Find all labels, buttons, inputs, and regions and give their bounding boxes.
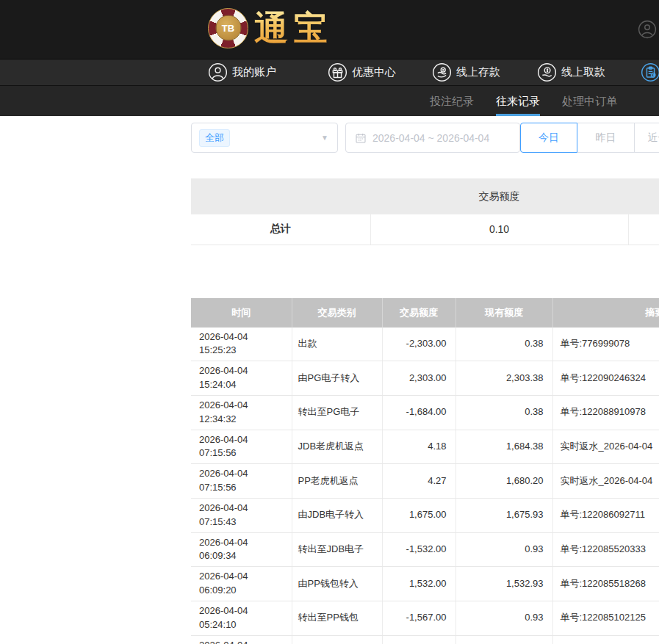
cell-amount: 1,675.00 bbox=[382, 498, 455, 532]
filter-bar: 全部 ▼ 2026-04-04 ~ 2026-04-04 今日 昨日 近一周 bbox=[191, 123, 659, 153]
transactions-table: 时间 交易类别 交易额度 现有额度 摘要 2026-04-04 15:25:23… bbox=[191, 298, 659, 644]
cell-balance: 1,567.93 bbox=[455, 635, 552, 644]
cell-type: 由JDB电子转入 bbox=[292, 498, 382, 532]
summary-header-amount: 交易额度 bbox=[370, 178, 628, 214]
yesterday-button[interactable]: 昨日 bbox=[577, 123, 635, 153]
cell-balance: 0.93 bbox=[455, 601, 552, 636]
cell-time: 2026-04-04 12:34:32 bbox=[191, 395, 292, 430]
content-container: 全部 ▼ 2026-04-04 ~ 2026-04-04 今日 昨日 近一周 交… bbox=[191, 116, 659, 644]
table-row: 2026-04-04 07:15:56JDB老虎机返点4.181,684.38实… bbox=[191, 430, 659, 464]
account-icon bbox=[208, 62, 228, 82]
nav-item-label: 线上取款 bbox=[561, 65, 605, 79]
cell-type: 出款 bbox=[292, 328, 382, 361]
cell-summary: 单号:122090246324 bbox=[552, 361, 659, 396]
cell-amount: 1,532.00 bbox=[382, 567, 455, 601]
subnav-band: 投注纪录 往来记录 处理中订单 bbox=[0, 86, 659, 116]
tab-betting-records[interactable]: 投注纪录 bbox=[430, 86, 474, 116]
summary-table: 交易额度 总计 0.10 bbox=[191, 178, 659, 245]
main-nav: 我的账户 优惠中心 线上存款 线上取款 bbox=[0, 59, 659, 86]
table-row: 2026-04-04 05:24:10转出至PP钱包-1,567.000.93单… bbox=[191, 601, 659, 636]
today-button[interactable]: 今日 bbox=[520, 123, 577, 153]
col-amount: 交易额度 bbox=[382, 298, 455, 328]
cell-balance: 2,303.38 bbox=[455, 361, 552, 396]
nav-item-label: 优惠中心 bbox=[352, 65, 396, 79]
col-balance: 现有额度 bbox=[455, 298, 552, 328]
record-tabs: 投注纪录 往来记录 处理中订单 bbox=[419, 86, 628, 116]
summary-total-label: 总计 bbox=[191, 214, 370, 245]
summary-header-empty bbox=[191, 178, 370, 214]
nav-item-records[interactable] bbox=[641, 59, 659, 85]
cell-time: 2026-04-04 15:24:04 bbox=[191, 361, 292, 396]
cell-balance: 0.38 bbox=[455, 395, 552, 430]
summary-total-empty bbox=[628, 214, 659, 245]
cell-type: PP老虎机返点 bbox=[292, 464, 382, 499]
nav-item-withdraw[interactable]: 线上取款 bbox=[537, 59, 605, 85]
cell-time: 2026-04-04 06:09:34 bbox=[191, 532, 292, 567]
table-row: 2026-04-04 05:22:02线上存款通道优惠14.431,567.93… bbox=[191, 635, 659, 644]
cell-time: 2026-04-04 07:15:43 bbox=[191, 498, 292, 532]
date-range-input[interactable]: 2026-04-04 ~ 2026-04-04 bbox=[345, 123, 520, 153]
cell-summary: 单号:122085102125 bbox=[552, 601, 659, 636]
table-row: 2026-04-04 15:25:23出款-2,303.000.38单号:776… bbox=[191, 328, 659, 361]
cell-summary: 单号:122085518268 bbox=[552, 567, 659, 601]
summary-total-value: 0.10 bbox=[370, 214, 628, 245]
cell-amount: 4.18 bbox=[382, 430, 455, 464]
calendar-icon bbox=[355, 132, 367, 144]
cell-type: 由PG电子转入 bbox=[292, 361, 382, 396]
deposit-icon bbox=[432, 62, 452, 82]
cell-summary: 实时返水_2026-04-04 bbox=[552, 430, 659, 464]
cell-time: 2026-04-04 06:09:20 bbox=[191, 567, 292, 601]
summary-total-row: 总计 0.10 bbox=[191, 214, 659, 245]
cell-type: 转出至PG电子 bbox=[292, 395, 382, 430]
table-row: 2026-04-04 06:09:20由PP钱包转入1,532.001,532.… bbox=[191, 567, 659, 601]
tab-pending-orders[interactable]: 处理中订单 bbox=[562, 86, 617, 116]
withdraw-icon bbox=[537, 62, 557, 82]
cell-balance: 1,680.20 bbox=[455, 464, 552, 499]
col-summary: 摘要 bbox=[552, 298, 659, 328]
cell-summary: 单号:122088910978 bbox=[552, 395, 659, 430]
transactions-tbody: 2026-04-04 15:25:23出款-2,303.000.38单号:776… bbox=[191, 328, 659, 644]
date-range-value: 2026-04-04 ~ 2026-04-04 bbox=[372, 132, 489, 144]
brand-logo[interactable]: TB 通宝 bbox=[208, 6, 334, 50]
cell-time: 2026-04-04 07:15:56 bbox=[191, 430, 292, 464]
col-type: 交易类别 bbox=[292, 298, 382, 328]
last-week-button[interactable]: 近一周 bbox=[635, 123, 659, 153]
user-avatar-icon[interactable] bbox=[638, 20, 657, 39]
table-row: 2026-04-04 07:15:43由JDB电子转入1,675.001,675… bbox=[191, 498, 659, 532]
nav-item-promotions[interactable]: 优惠中心 bbox=[328, 59, 396, 85]
table-row: 2026-04-04 07:15:56PP老虎机返点4.271,680.20实时… bbox=[191, 464, 659, 499]
cell-type: 转出至JDB电子 bbox=[292, 532, 382, 567]
cell-balance: 0.93 bbox=[455, 532, 552, 567]
transactions-header-row: 时间 交易类别 交易额度 现有额度 摘要 bbox=[191, 298, 659, 328]
nav-item-label: 线上存款 bbox=[456, 65, 500, 79]
chip-monogram: TB bbox=[215, 15, 241, 41]
cell-time: 2026-04-04 07:15:56 bbox=[191, 464, 292, 499]
summary-header-row: 交易额度 bbox=[191, 178, 659, 214]
cell-amount: -1,532.00 bbox=[382, 532, 455, 567]
gift-icon bbox=[328, 62, 347, 82]
cell-amount: 2,303.00 bbox=[382, 361, 455, 396]
cell-type: 线上存款通道优惠 bbox=[292, 635, 382, 644]
cell-time: 2026-04-04 15:25:23 bbox=[191, 328, 292, 361]
records-icon bbox=[641, 62, 659, 82]
cell-time: 2026-04-04 05:24:10 bbox=[191, 601, 292, 636]
cell-type: 由PP钱包转入 bbox=[292, 567, 382, 601]
category-tag[interactable]: 全部 bbox=[199, 129, 230, 147]
poker-chip-icon: TB bbox=[208, 8, 248, 48]
nav-item-deposit[interactable]: 线上存款 bbox=[432, 59, 500, 85]
cell-time: 2026-04-04 05:22:02 bbox=[191, 635, 292, 644]
cell-summary: 单号:202604044247797 bbox=[552, 635, 659, 644]
cell-balance: 1,675.93 bbox=[455, 498, 552, 532]
nav-item-my-account[interactable]: 我的账户 bbox=[208, 59, 276, 85]
cell-type: 转出至PP钱包 bbox=[292, 601, 382, 636]
quick-range-buttons: 今日 昨日 近一周 bbox=[520, 123, 659, 153]
table-row: 2026-04-04 15:24:04由PG电子转入2,303.002,303.… bbox=[191, 361, 659, 396]
table-row: 2026-04-04 12:34:32转出至PG电子-1,684.000.38单… bbox=[191, 395, 659, 430]
cell-balance: 1,532.93 bbox=[455, 567, 552, 601]
tab-transaction-records[interactable]: 往来记录 bbox=[496, 86, 540, 116]
cell-balance: 1,684.38 bbox=[455, 430, 552, 464]
category-select[interactable]: 全部 ▼ bbox=[191, 123, 338, 153]
cell-amount: 4.27 bbox=[382, 464, 455, 499]
chevron-down-icon: ▼ bbox=[321, 134, 328, 142]
cell-summary: 实时返水_2026-04-04 bbox=[552, 464, 659, 499]
